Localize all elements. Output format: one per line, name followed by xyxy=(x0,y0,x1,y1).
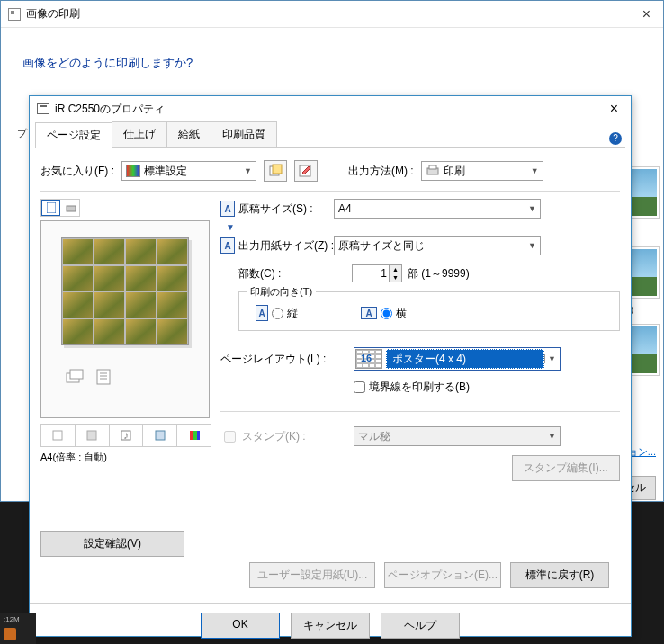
output-size-value: 原稿サイズと同じ xyxy=(338,238,425,254)
stamp-label: スタンプ(K) : xyxy=(242,429,306,444)
copies-input[interactable] xyxy=(352,264,390,282)
tab-page-setup[interactable]: ページ設定 xyxy=(35,122,112,148)
original-size-combo[interactable]: A4 ▼ xyxy=(334,199,541,219)
chevron-down-icon: ▼ xyxy=(531,166,539,175)
landscape-radio[interactable] xyxy=(381,308,392,319)
printer-properties-dialog: iR C2550のプロパティ × ? ページ設定 仕上げ 給紙 印刷品質 お気に… xyxy=(29,95,632,637)
orientation-portrait-option[interactable]: A 縦 xyxy=(256,305,298,321)
svg-rect-9 xyxy=(97,370,110,384)
dialog-footer: OK キャンセル ヘルプ xyxy=(30,603,631,644)
landscape-label: 横 xyxy=(396,306,407,321)
orientation-landscape-option[interactable]: A 横 xyxy=(361,306,407,321)
page-a-icon: A xyxy=(220,237,235,254)
output-method-combo[interactable]: 印刷 ▼ xyxy=(421,161,543,181)
output-method-label: 出力方法(M) : xyxy=(348,164,414,179)
stamp-section: スタンプ(K) : マル秘 ▼ スタンプ編集(I)... xyxy=(220,411,620,481)
orientation-fieldset: 印刷の向き(T) A 縦 A 横 xyxy=(238,291,620,331)
svg-rect-17 xyxy=(156,431,165,440)
tab-paper-source[interactable]: 給紙 xyxy=(166,121,211,147)
row-copies: 部数(C) : ▲▼ 部 (1～9999) xyxy=(220,264,620,282)
page-a-icon: A xyxy=(220,201,235,217)
restore-defaults-button[interactable]: 標準に戻す(R) xyxy=(510,562,609,588)
spin-down-icon: ▼ xyxy=(390,273,401,282)
favorites-row: お気に入り(F) : 標準設定 ▼ 出力方法(M) : 印刷 ▼ xyxy=(40,157,620,192)
tab-strip: ページ設定 仕上げ 給紙 印刷品質 xyxy=(35,121,625,148)
svg-rect-20 xyxy=(197,431,200,440)
favorites-value: 標準設定 xyxy=(144,164,187,179)
printer-icon xyxy=(37,103,49,114)
orientation-legend: 印刷の向き(T) xyxy=(247,285,316,299)
collate-icon xyxy=(92,365,119,389)
stamp-combo: マル秘 ▼ xyxy=(354,426,561,446)
print-border-label: 境界線を印刷する(B) xyxy=(369,380,470,395)
portrait-icon: A xyxy=(256,305,268,321)
copies-spinner[interactable]: ▲▼ xyxy=(390,264,402,282)
portrait-label: 縦 xyxy=(287,306,298,321)
taskbar-clock: :12M xyxy=(4,615,20,623)
svg-rect-14 xyxy=(87,431,96,440)
svg-rect-8 xyxy=(70,370,83,379)
page-option-button: ページオプション(E)... xyxy=(384,562,501,588)
stamp-checkbox xyxy=(224,431,236,443)
form-column: A 原稿サイズ(S) : A4 ▼ ▼ A 出力用紙サイズ(Z) : 原 xyxy=(220,199,620,557)
dialog-close-button[interactable]: × xyxy=(605,101,624,117)
svg-rect-4 xyxy=(429,165,436,169)
page-layout-value: ポスター(4 x 4) xyxy=(386,349,544,369)
print-border-checkbox[interactable] xyxy=(354,381,365,393)
preview-frame xyxy=(40,220,210,418)
favorites-swatch-icon xyxy=(126,165,140,177)
help-button[interactable]: ヘルプ xyxy=(381,613,460,639)
favorites-add-button[interactable] xyxy=(264,160,287,182)
pv-tool-1[interactable] xyxy=(41,425,76,446)
chevron-down-icon: ▼ xyxy=(528,204,536,213)
tab-quality[interactable]: 印刷品質 xyxy=(211,121,277,147)
chevron-down-icon: ▼ xyxy=(528,241,536,250)
taskbar-app-icon[interactable] xyxy=(4,628,16,640)
row-print-border: 境界線を印刷する(B) xyxy=(354,380,620,395)
layout-badge: 16 xyxy=(361,353,372,363)
output-size-label: 出力用紙サイズ(Z) : xyxy=(238,238,334,254)
landscape-icon: A xyxy=(361,307,377,319)
main-area: ♪ A4(倍率 : 自動) 設定確認(V) A 原稿サイズ(S) : A4 ▼ xyxy=(40,192,620,557)
help-icon[interactable]: ? xyxy=(609,132,622,145)
ok-button[interactable]: OK xyxy=(201,613,280,639)
preview-mode-page-icon xyxy=(41,200,60,216)
outer-close-button[interactable]: × xyxy=(637,6,656,22)
pv-tool-4[interactable] xyxy=(143,425,177,446)
outer-title: 画像の印刷 xyxy=(26,6,80,22)
outer-body: 画像をどのように印刷しますか? xyxy=(1,28,663,85)
stamp-value: マル秘 xyxy=(358,429,390,444)
confirm-settings-button[interactable]: 設定確認(V) xyxy=(40,531,184,557)
chevron-down-icon: ▼ xyxy=(244,166,252,175)
favorites-edit-button[interactable] xyxy=(294,160,318,182)
pv-tool-3[interactable]: ♪ xyxy=(110,425,144,446)
favorites-combo[interactable]: 標準設定 ▼ xyxy=(121,161,256,181)
svg-rect-13 xyxy=(53,431,62,440)
output-size-combo[interactable]: 原稿サイズと同じ ▼ xyxy=(334,236,541,255)
original-size-value: A4 xyxy=(338,202,352,215)
copies-label: 部数(C) : xyxy=(238,266,281,282)
outer-heading: 画像をどのように印刷しますか? xyxy=(22,55,642,71)
user-paper-button: ユーザー設定用紙(U)... xyxy=(249,562,375,588)
output-method-value: 印刷 xyxy=(444,164,465,179)
pv-tool-5[interactable] xyxy=(177,425,211,446)
portrait-radio[interactable] xyxy=(272,308,283,319)
cancel-button[interactable]: キャンセル xyxy=(291,613,370,639)
page-layout-combo[interactable]: 16 ポスター(4 x 4) ▼ xyxy=(354,347,561,371)
panel-page-setup: お気に入り(F) : 標準設定 ▼ 出力方法(M) : 印刷 ▼ xyxy=(30,148,631,599)
printer-icon xyxy=(8,8,21,21)
favorites-label: お気に入り(F) : xyxy=(40,164,114,179)
down-arrow-icon: ▼ xyxy=(226,222,620,232)
original-size-label: 原稿サイズ(S) : xyxy=(238,201,313,217)
bottom-button-row: ユーザー設定用紙(U)... ページオプション(E)... 標準に戻す(R) xyxy=(40,557,620,594)
chevron-down-icon: ▼ xyxy=(544,354,559,363)
outer-left-label: プ xyxy=(17,127,27,140)
preview-view-toggle[interactable] xyxy=(40,199,80,217)
spin-up-icon: ▲ xyxy=(390,265,401,273)
preview-sheet xyxy=(61,237,189,345)
page-layout-label: ページレイアウト(L) : xyxy=(220,352,326,367)
outer-titlebar: 画像の印刷 × xyxy=(1,1,663,28)
svg-rect-5 xyxy=(47,202,56,213)
pv-tool-2[interactable] xyxy=(76,425,110,446)
tab-finishing[interactable]: 仕上げ xyxy=(112,121,167,147)
